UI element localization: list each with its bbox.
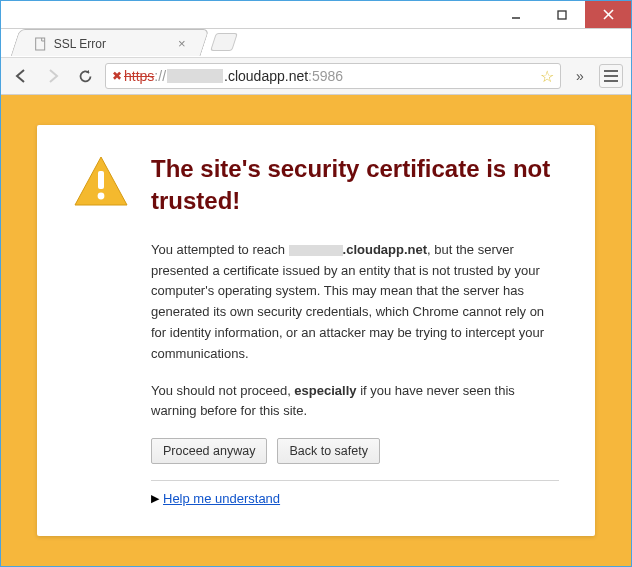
tab-strip: SSL Error ×	[1, 29, 631, 57]
forward-button[interactable]	[41, 64, 65, 88]
host-redacted	[289, 245, 343, 256]
svg-point-6	[98, 193, 105, 200]
hamburger-icon	[604, 70, 618, 72]
chevron-right-double-icon: »	[576, 68, 584, 84]
menu-button[interactable]	[599, 64, 623, 88]
warning-icon	[73, 155, 129, 506]
svg-rect-5	[98, 171, 104, 189]
toolbar: ✖ https :// .cloudapp.net :5986 ☆ »	[1, 57, 631, 95]
error-paragraph-1: You attempted to reach .cloudapp.net, bu…	[151, 240, 559, 365]
arrow-left-icon	[12, 67, 30, 85]
url-domain: .cloudapp.net	[224, 68, 308, 84]
svg-rect-4	[36, 37, 45, 49]
error-heading: The site's security certificate is not t…	[151, 153, 559, 218]
proceed-anyway-button[interactable]: Proceed anyway	[151, 438, 267, 464]
divider	[151, 480, 559, 481]
page-viewport: The site's security certificate is not t…	[1, 95, 631, 566]
bookmark-star-icon[interactable]: ☆	[540, 67, 554, 86]
overflow-button[interactable]: »	[569, 64, 591, 88]
minimize-button[interactable]	[493, 1, 539, 28]
back-to-safety-button[interactable]: Back to safety	[277, 438, 380, 464]
maximize-button[interactable]	[539, 1, 585, 28]
reload-icon	[77, 68, 94, 85]
ssl-error-card: The site's security certificate is not t…	[37, 125, 595, 536]
error-paragraph-2: You should not proceed, especially if yo…	[151, 381, 559, 423]
reload-button[interactable]	[73, 64, 97, 88]
tab-title: SSL Error	[54, 36, 106, 50]
back-button[interactable]	[9, 64, 33, 88]
window-titlebar	[1, 1, 631, 29]
close-window-button[interactable]	[585, 1, 631, 28]
arrow-right-icon	[44, 67, 62, 85]
page-icon	[34, 36, 48, 50]
url-scheme: https	[124, 68, 154, 84]
tab-close-icon[interactable]: ×	[178, 36, 186, 51]
insecure-icon: ✖	[112, 69, 122, 83]
browser-tab[interactable]: SSL Error ×	[11, 29, 210, 56]
maximize-icon	[557, 10, 567, 20]
url-sep: ://	[154, 68, 166, 84]
url-host-redacted	[167, 69, 223, 83]
url-field[interactable]: ✖ https :// .cloudapp.net :5986 ☆	[105, 63, 561, 89]
new-tab-button[interactable]	[210, 33, 238, 51]
close-icon	[603, 9, 614, 20]
help-me-understand-link[interactable]: Help me understand	[163, 491, 280, 506]
minimize-icon	[511, 10, 521, 20]
expand-triangle-icon[interactable]: ▶	[151, 492, 159, 505]
svg-rect-1	[558, 11, 566, 19]
url-port: :5986	[308, 68, 343, 84]
